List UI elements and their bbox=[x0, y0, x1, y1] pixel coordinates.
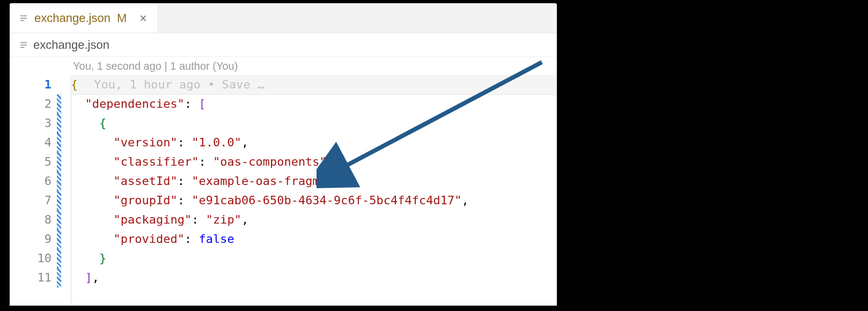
modified-line-indicator bbox=[57, 210, 61, 229]
bracket-open: [ bbox=[198, 97, 205, 110]
modified-line-indicator bbox=[57, 133, 61, 152]
code-line[interactable]: ], bbox=[71, 268, 557, 287]
code-line[interactable]: "classifier": "oas-components", bbox=[71, 152, 557, 172]
modified-line-indicator bbox=[57, 268, 61, 287]
json-key: "classifier" bbox=[113, 155, 198, 168]
tab-modified-badge: M bbox=[117, 11, 127, 25]
json-key: "groupId" bbox=[113, 194, 177, 207]
json-key: "packaging" bbox=[113, 213, 192, 226]
breadcrumb-filename: exchange.json bbox=[33, 38, 109, 52]
tab-bar: exchange.json M bbox=[10, 3, 557, 33]
code-line[interactable]: "dependencies": [ bbox=[71, 94, 557, 114]
code-line[interactable]: { bbox=[71, 114, 557, 133]
file-lines-icon bbox=[18, 40, 29, 50]
editor-body: 1 2 3 4 5 6 7 8 9 10 11 {Yo bbox=[10, 75, 557, 306]
line-number[interactable]: 9 bbox=[10, 229, 52, 249]
brace-open: { bbox=[99, 116, 106, 130]
modified-line-indicator bbox=[57, 191, 61, 210]
file-tab-exchange-json[interactable]: exchange.json M bbox=[10, 3, 158, 33]
tab-filename: exchange.json bbox=[34, 11, 111, 25]
inline-blame: You, 1 hour ago • Save … bbox=[78, 78, 264, 91]
json-key: "provided" bbox=[113, 232, 184, 246]
line-number[interactable]: 7 bbox=[10, 191, 52, 210]
line-number[interactable]: 4 bbox=[10, 133, 52, 152]
brace-open: { bbox=[71, 78, 78, 91]
modified-line-indicator bbox=[57, 94, 61, 114]
bracket-close: ] bbox=[85, 271, 92, 284]
json-key: "dependencies" bbox=[85, 97, 185, 110]
line-number[interactable]: 3 bbox=[10, 114, 52, 133]
line-number[interactable]: 2 bbox=[10, 94, 52, 114]
line-number-gutter: 1 2 3 4 5 6 7 8 9 10 11 bbox=[10, 75, 57, 306]
file-lines-icon bbox=[18, 13, 29, 24]
change-indicator-strip bbox=[57, 75, 61, 306]
code-line[interactable]: "assetId": "example-oas-fragment", bbox=[71, 172, 557, 191]
json-string: "1.0.0" bbox=[192, 136, 241, 149]
line-number[interactable]: 6 bbox=[10, 172, 52, 191]
code-line[interactable]: {You, 1 hour ago • Save … bbox=[71, 75, 557, 94]
line-number[interactable]: 10 bbox=[10, 249, 52, 268]
code-line[interactable]: } bbox=[71, 249, 557, 268]
code-area[interactable]: {You, 1 hour ago • Save … "dependencies"… bbox=[61, 75, 557, 306]
modified-line-indicator bbox=[57, 172, 61, 191]
editor-window: exchange.json M exchange.json You, 1 sec… bbox=[10, 3, 557, 306]
code-line[interactable]: "provided": false bbox=[71, 229, 557, 249]
code-line[interactable]: "packaging": "zip", bbox=[71, 210, 557, 229]
line-number[interactable]: 8 bbox=[10, 210, 52, 229]
json-string: "oas-components" bbox=[213, 155, 327, 168]
breadcrumb[interactable]: exchange.json bbox=[10, 33, 557, 57]
codelens-bar[interactable]: You, 1 second ago | 1 author (You) bbox=[10, 57, 557, 75]
json-string: "e91cab06-650b-4634-9c6f-5bc4f4fc4d17" bbox=[192, 194, 461, 207]
json-string: "zip" bbox=[206, 213, 241, 226]
json-key: "version" bbox=[113, 136, 177, 149]
codelens-text: You, 1 second ago | 1 author (You) bbox=[73, 60, 238, 72]
modified-line-indicator bbox=[57, 249, 61, 268]
line-number[interactable]: 1 bbox=[10, 75, 52, 94]
brace-close: } bbox=[99, 251, 106, 265]
json-key: "assetId" bbox=[113, 174, 177, 188]
modified-line-indicator bbox=[57, 114, 61, 133]
modified-line-indicator bbox=[57, 152, 61, 172]
line-number[interactable]: 11 bbox=[10, 268, 52, 287]
line-number[interactable]: 5 bbox=[10, 152, 52, 172]
code-line[interactable]: "version": "1.0.0", bbox=[71, 133, 557, 152]
modified-line-indicator bbox=[57, 229, 61, 249]
json-bool: false bbox=[198, 232, 234, 246]
close-icon[interactable] bbox=[136, 11, 150, 25]
code-line[interactable]: "groupId": "e91cab06-650b-4634-9c6f-5bc4… bbox=[71, 191, 557, 210]
json-string: "example-oas-fragment" bbox=[192, 174, 348, 188]
